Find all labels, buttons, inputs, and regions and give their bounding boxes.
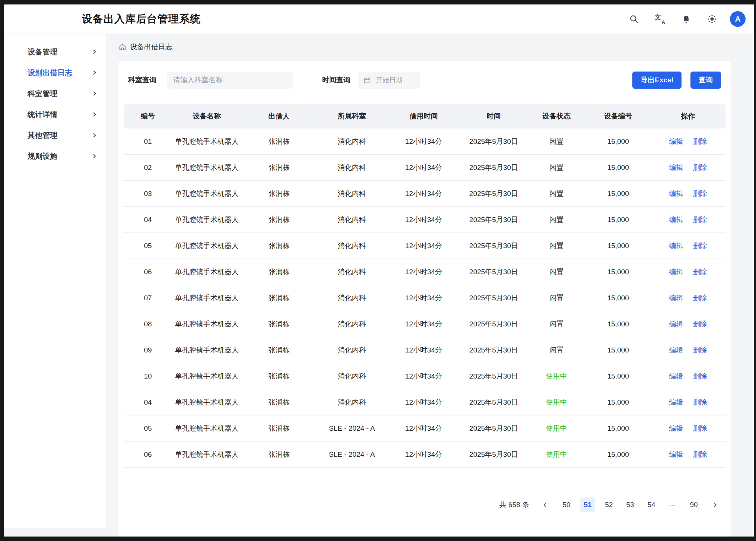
edit-link[interactable]: 编辑 [669, 424, 683, 432]
user-avatar[interactable]: A [730, 11, 746, 27]
sidebar-item-2[interactable]: 科室管理 [4, 83, 106, 104]
edit-link[interactable]: 编辑 [669, 190, 683, 197]
delete-link[interactable]: 删除 [693, 450, 707, 458]
edit-link[interactable]: 编辑 [669, 137, 683, 145]
table-row: 04单孔腔镜手术机器人张润栋消化内科12小时34分2025年5月30日使用中15… [124, 389, 725, 415]
delete-link[interactable]: 删除 [693, 164, 707, 171]
search-button[interactable] [626, 11, 642, 27]
page-ellipsis[interactable]: ⋯ [665, 497, 680, 512]
device-code: 15,000 [586, 155, 651, 181]
translate-button[interactable]: 文 A [652, 11, 668, 27]
row-no: 06 [124, 442, 172, 468]
borrow-duration: 12小时34分 [387, 155, 460, 181]
start-date-picker[interactable]: 开始日期 [358, 72, 420, 89]
borrow-date: 2025年5月30日 [460, 207, 527, 233]
column-header: 出借人 [241, 104, 317, 129]
row-no: 04 [124, 207, 172, 233]
edit-link[interactable]: 编辑 [669, 242, 683, 250]
pagination: 共 658 条 5051525354⋯90 [124, 497, 725, 512]
column-header: 编号 [124, 104, 172, 129]
borrow-duration: 12小时34分 [387, 415, 460, 442]
delete-link[interactable]: 删除 [693, 294, 707, 302]
row-actions: 编辑删除 [651, 363, 725, 389]
device-code: 15,000 [586, 442, 651, 468]
borrow-duration: 12小时34分 [387, 207, 460, 233]
device-name: 单孔腔镜手术机器人 [172, 155, 241, 181]
edit-link[interactable]: 编辑 [669, 268, 683, 276]
department: 消化内科 [317, 311, 387, 337]
page-number-52[interactable]: 52 [601, 497, 616, 512]
device-code: 15,000 [586, 129, 651, 155]
delete-link[interactable]: 删除 [693, 242, 707, 250]
row-no: 09 [124, 337, 172, 363]
edit-link[interactable]: 编辑 [669, 372, 683, 380]
chevron-right-icon [712, 502, 718, 508]
delete-link[interactable]: 删除 [693, 320, 707, 328]
borrow-date: 2025年5月30日 [460, 337, 527, 363]
row-actions: 编辑删除 [651, 129, 725, 155]
delete-link[interactable]: 删除 [693, 346, 707, 354]
sidebar-item-1[interactable]: 设别出借日志 [4, 62, 106, 83]
status-badge: 使用中 [527, 442, 586, 468]
device-name: 单孔腔镜手术机器人 [172, 311, 241, 337]
borrow-duration: 12小时34分 [387, 389, 460, 415]
delete-link[interactable]: 删除 [693, 137, 707, 145]
borrow-date: 2025年5月30日 [460, 233, 527, 259]
dept-search-input[interactable] [167, 72, 293, 89]
department: 消化内科 [317, 337, 387, 363]
column-header: 设备编号 [586, 104, 651, 129]
delete-link[interactable]: 删除 [693, 424, 707, 432]
edit-link[interactable]: 编辑 [669, 294, 683, 302]
borrow-duration: 12小时34分 [387, 233, 460, 259]
query-button[interactable]: 查询 [690, 72, 721, 89]
edit-link[interactable]: 编辑 [669, 216, 683, 224]
delete-link[interactable]: 删除 [693, 216, 707, 224]
column-header: 借用时间 [387, 104, 460, 129]
sidebar-item-0[interactable]: 设备管理 [4, 41, 106, 62]
next-page-button[interactable] [708, 497, 722, 512]
page-number-50[interactable]: 50 [559, 497, 574, 512]
theme-button[interactable] [704, 11, 720, 27]
edit-link[interactable]: 编辑 [669, 450, 683, 458]
notification-button[interactable] [678, 11, 694, 27]
row-no: 02 [124, 155, 172, 181]
sidebar-item-3[interactable]: 统计详情 [4, 104, 106, 125]
edit-link[interactable]: 编辑 [669, 346, 683, 354]
page-number-53[interactable]: 53 [623, 497, 638, 512]
breadcrumb-label: 设备出借日志 [130, 42, 172, 52]
device-name: 单孔腔镜手术机器人 [172, 363, 241, 389]
device-name: 单孔腔镜手术机器人 [172, 207, 241, 233]
sidebar-item-5[interactable]: 规则设施 [4, 146, 106, 167]
status-badge: 闲置 [527, 311, 586, 337]
edit-link[interactable]: 编辑 [669, 398, 683, 406]
delete-link[interactable]: 删除 [693, 268, 707, 276]
edit-link[interactable]: 编辑 [669, 320, 683, 328]
department: SLE - 2024 - A [317, 415, 387, 442]
table-row: 05单孔腔镜手术机器人张润栋SLE - 2024 - A12小时34分2025年… [124, 415, 725, 442]
device-name: 单孔腔镜手术机器人 [172, 181, 241, 207]
row-actions: 编辑删除 [651, 389, 725, 415]
device-name: 单孔腔镜手术机器人 [172, 442, 241, 468]
device-name: 单孔腔镜手术机器人 [172, 233, 241, 259]
row-actions: 编辑删除 [651, 415, 725, 442]
page-number-90[interactable]: 90 [686, 497, 701, 512]
edit-link[interactable]: 编辑 [669, 164, 683, 171]
delete-link[interactable]: 删除 [693, 398, 707, 406]
borrow-date: 2025年5月30日 [460, 259, 527, 285]
borrow-duration: 12小时34分 [387, 363, 460, 389]
delete-link[interactable]: 删除 [693, 190, 707, 197]
device-name: 单孔腔镜手术机器人 [172, 389, 241, 415]
row-no: 10 [124, 363, 172, 389]
row-actions: 编辑删除 [651, 207, 725, 233]
department: 消化内科 [317, 233, 387, 259]
department: 消化内科 [317, 207, 387, 233]
export-excel-button[interactable]: 导出Excel [632, 72, 682, 89]
page-number-54[interactable]: 54 [644, 497, 659, 512]
sidebar-item-4[interactable]: 其他管理 [4, 125, 106, 146]
sidebar-item-label: 设备管理 [28, 47, 57, 57]
status-badge: 闲置 [527, 337, 586, 363]
page-number-51[interactable]: 51 [580, 497, 595, 512]
prev-page-button[interactable] [538, 497, 553, 512]
lender: 张润栋 [241, 363, 317, 389]
delete-link[interactable]: 删除 [693, 372, 707, 380]
